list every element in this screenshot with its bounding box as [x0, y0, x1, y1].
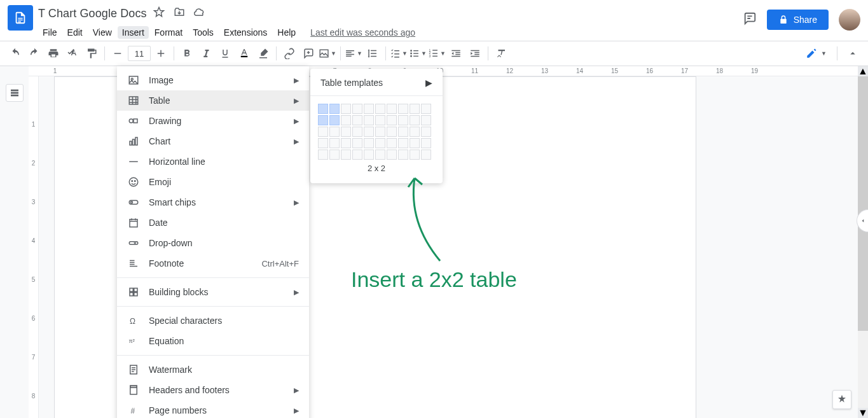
table-grid-cell[interactable]: [398, 138, 408, 148]
scroll-down-button[interactable]: ▼: [858, 408, 868, 418]
table-grid-cell[interactable]: [375, 138, 385, 148]
underline-button[interactable]: [216, 45, 234, 62]
comment-history-icon[interactable]: [743, 11, 757, 28]
bold-button[interactable]: [178, 45, 196, 62]
insert-menu-equation[interactable]: π²Equation: [117, 331, 309, 351]
scroll-thumb[interactable]: [858, 76, 868, 331]
insert-menu-building-blocks[interactable]: Building blocks▶: [117, 282, 309, 302]
table-grid-cell[interactable]: [398, 127, 408, 137]
table-grid-cell[interactable]: [364, 138, 374, 148]
menubar-item-extensions[interactable]: Extensions: [219, 26, 272, 39]
editing-mode-button[interactable]: ▼: [802, 45, 830, 62]
insert-menu-footnote[interactable]: FootnoteCtrl+Alt+F: [117, 253, 309, 274]
add-comment-button[interactable]: [300, 45, 317, 62]
table-grid-cell[interactable]: [352, 115, 362, 125]
table-grid-cell[interactable]: [318, 127, 328, 137]
menubar-item-tools[interactable]: Tools: [188, 26, 218, 39]
table-grid-cell[interactable]: [387, 104, 397, 114]
avatar[interactable]: [839, 9, 860, 31]
table-grid-cell[interactable]: [410, 138, 420, 148]
insert-menu-watermark[interactable]: Watermark: [117, 359, 309, 380]
table-grid-cell[interactable]: [352, 138, 362, 148]
decrease-indent-button[interactable]: [447, 45, 465, 62]
table-grid-cell[interactable]: [318, 115, 328, 125]
menubar-item-insert[interactable]: Insert: [118, 26, 149, 39]
highlight-color-button[interactable]: [254, 45, 272, 62]
table-grid-cell[interactable]: [398, 115, 408, 125]
table-grid-cell[interactable]: [410, 104, 420, 114]
table-grid-cell[interactable]: [341, 115, 351, 125]
insert-menu-page-numbers[interactable]: #Page numbers▶: [117, 400, 309, 418]
paint-format-button[interactable]: [83, 45, 100, 62]
table-grid-cell[interactable]: [375, 127, 385, 137]
table-grid-cell[interactable]: [398, 104, 408, 114]
table-grid-cell[interactable]: [375, 104, 385, 114]
scroll-up-button[interactable]: ▲: [858, 66, 868, 76]
table-grid-cell[interactable]: [329, 115, 340, 125]
table-grid-cell[interactable]: [375, 150, 385, 160]
table-grid-cell[interactable]: [364, 127, 374, 137]
font-size-increase[interactable]: [152, 45, 170, 62]
table-grid-cell[interactable]: [341, 104, 351, 114]
star-icon[interactable]: [153, 6, 165, 20]
text-color-button[interactable]: [235, 45, 253, 62]
table-grid-cell[interactable]: [318, 150, 328, 160]
last-edit-link[interactable]: Last edit was seconds ago: [310, 27, 415, 38]
insert-menu-headers-and-footers[interactable]: Headers and footers▶: [117, 380, 309, 400]
table-grid-cell[interactable]: [318, 138, 328, 148]
table-templates-item[interactable]: Table templates ▶: [310, 74, 443, 92]
insert-menu-special-characters[interactable]: ΩSpecial characters: [117, 310, 309, 331]
table-grid-cell[interactable]: [387, 150, 397, 160]
document-title[interactable]: T Chart Google Docs: [38, 7, 147, 20]
explore-button[interactable]: [832, 390, 851, 409]
redo-button[interactable]: [25, 45, 43, 62]
insert-menu-image[interactable]: Image▶: [117, 70, 309, 90]
table-grid-cell[interactable]: [387, 138, 397, 148]
table-grid-cell[interactable]: [398, 150, 408, 160]
menubar-item-file[interactable]: File: [38, 26, 62, 39]
table-grid-cell[interactable]: [421, 150, 431, 160]
print-button[interactable]: [45, 45, 62, 62]
increase-indent-button[interactable]: [466, 45, 484, 62]
vertical-ruler[interactable]: 123456789: [29, 76, 39, 418]
menubar-item-help[interactable]: Help: [273, 26, 300, 39]
clear-formatting-button[interactable]: [492, 45, 510, 62]
undo-button[interactable]: [6, 45, 24, 62]
table-grid-cell[interactable]: [329, 104, 340, 114]
font-size-decrease[interactable]: [109, 45, 127, 62]
insert-image-button[interactable]: ▼: [319, 45, 336, 62]
align-button[interactable]: ▼: [345, 45, 362, 62]
table-grid-cell[interactable]: [387, 115, 397, 125]
share-button[interactable]: Share: [767, 10, 829, 30]
table-grid-cell[interactable]: [329, 127, 340, 137]
table-grid-cell[interactable]: [421, 138, 431, 148]
table-grid-cell[interactable]: [364, 150, 374, 160]
table-grid-cell[interactable]: [364, 104, 374, 114]
menubar-item-format[interactable]: Format: [150, 26, 187, 39]
font-size-input[interactable]: 11: [128, 46, 151, 61]
table-grid-cell[interactable]: [318, 104, 328, 114]
table-grid-cell[interactable]: [410, 127, 420, 137]
hide-menus-button[interactable]: [844, 45, 862, 62]
table-grid-cell[interactable]: [329, 138, 340, 148]
table-grid-cell[interactable]: [410, 115, 420, 125]
table-grid-cell[interactable]: [364, 115, 374, 125]
checklist-button[interactable]: ▼: [390, 45, 408, 62]
menubar-item-view[interactable]: View: [88, 26, 116, 39]
menubar-item-edit[interactable]: Edit: [63, 26, 87, 39]
insert-menu-emoji[interactable]: Emoji: [117, 172, 309, 192]
insert-link-button[interactable]: [280, 45, 298, 62]
insert-menu-smart-chips[interactable]: Smart chips▶: [117, 192, 309, 212]
table-grid-cell[interactable]: [341, 150, 351, 160]
cloud-status-icon[interactable]: [194, 6, 205, 20]
vertical-scrollbar[interactable]: ▲ ▼: [858, 66, 868, 418]
table-grid-cell[interactable]: [387, 127, 397, 137]
italic-button[interactable]: [197, 45, 215, 62]
table-grid-cell[interactable]: [421, 127, 431, 137]
insert-menu-chart[interactable]: Chart▶: [117, 131, 309, 151]
numbered-list-button[interactable]: 123▼: [428, 45, 446, 62]
line-spacing-button[interactable]: [364, 45, 382, 62]
spellcheck-button[interactable]: [64, 45, 81, 62]
insert-menu-date[interactable]: Date: [117, 212, 309, 233]
table-grid-cell[interactable]: [352, 104, 362, 114]
